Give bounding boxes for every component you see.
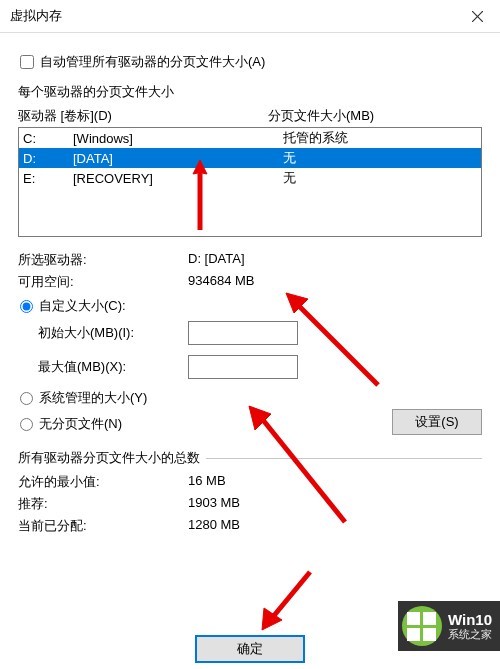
radio-none-label: 无分页文件(N)	[39, 415, 122, 433]
recommended-label: 推荐:	[18, 495, 188, 513]
drive-pagefile: 无	[283, 149, 477, 167]
svg-marker-8	[262, 608, 282, 630]
min-allowed-value: 16 MB	[188, 473, 482, 491]
ok-button[interactable]: 确定	[195, 635, 305, 663]
recommended-value: 1903 MB	[188, 495, 482, 513]
drive-pagefile: 托管的系统	[283, 129, 477, 147]
radio-custom-label: 自定义大小(C):	[39, 297, 126, 315]
drive-row[interactable]: E:[RECOVERY]无	[19, 168, 481, 188]
list-header-drive: 驱动器 [卷标](D)	[18, 107, 268, 125]
radio-system-label: 系统管理的大小(Y)	[39, 389, 147, 407]
watermark-line1: Win10	[448, 612, 492, 629]
drive-row[interactable]: D:[DATA]无	[19, 148, 481, 168]
close-button[interactable]	[455, 0, 500, 32]
watermark-line2: 系统之家	[448, 628, 492, 640]
auto-manage-label: 自动管理所有驱动器的分页文件大小(A)	[40, 53, 265, 71]
drive-list[interactable]: C:[Windows]托管的系统D:[DATA]无E:[RECOVERY]无	[18, 127, 482, 237]
drive-label: [Windows]	[73, 131, 283, 146]
auto-manage-checkbox[interactable]	[20, 55, 34, 69]
drive-letter: D:	[23, 151, 73, 166]
radio-custom-size[interactable]	[20, 300, 33, 313]
svg-line-7	[272, 572, 310, 618]
drive-letter: C:	[23, 131, 73, 146]
totals-heading: 所有驱动器分页文件大小的总数	[18, 450, 206, 465]
max-size-input[interactable]	[188, 355, 298, 379]
close-icon	[472, 11, 483, 22]
drive-letter: E:	[23, 171, 73, 186]
free-space-value: 934684 MB	[188, 273, 482, 291]
radio-system-managed[interactable]	[20, 392, 33, 405]
drive-label: [RECOVERY]	[73, 171, 283, 186]
annotation-arrow-icon	[252, 564, 322, 634]
currently-allocated-value: 1280 MB	[188, 517, 482, 535]
set-button[interactable]: 设置(S)	[392, 409, 482, 435]
initial-size-input[interactable]	[188, 321, 298, 345]
selected-drive-value: D: [DATA]	[188, 251, 482, 269]
initial-size-label: 初始大小(MB)(I):	[38, 324, 188, 342]
titlebar: 虚拟内存	[0, 0, 500, 33]
list-header-pagefile: 分页文件大小(MB)	[268, 107, 482, 125]
drive-pagefile: 无	[283, 169, 477, 187]
watermark: Win10 系统之家	[398, 601, 500, 651]
windows-logo-icon	[402, 606, 442, 646]
currently-allocated-label: 当前已分配:	[18, 517, 188, 535]
section-each-drive: 每个驱动器的分页文件大小	[18, 83, 482, 101]
radio-no-pagefile[interactable]	[20, 418, 33, 431]
max-size-label: 最大值(MB)(X):	[38, 358, 188, 376]
free-space-label: 可用空间:	[18, 273, 188, 291]
drive-label: [DATA]	[73, 151, 283, 166]
window-title: 虚拟内存	[10, 7, 455, 25]
drive-row[interactable]: C:[Windows]托管的系统	[19, 128, 481, 148]
min-allowed-label: 允许的最小值:	[18, 473, 188, 491]
selected-drive-label: 所选驱动器:	[18, 251, 188, 269]
